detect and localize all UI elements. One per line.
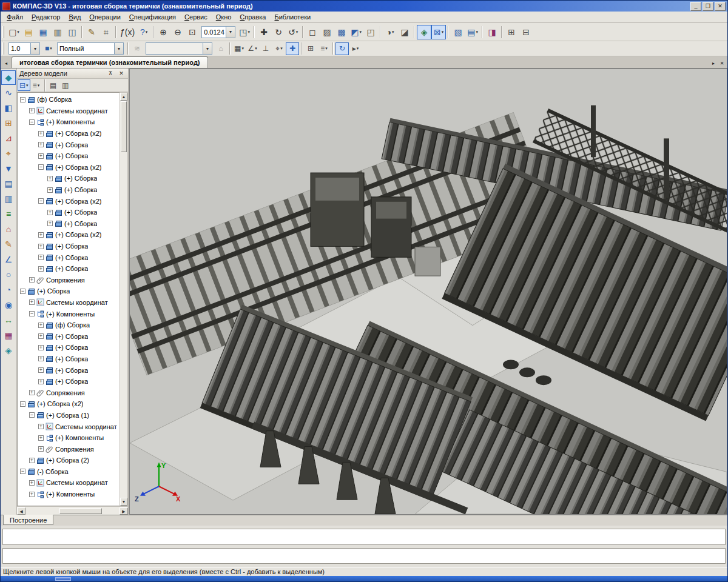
layer-combo[interactable]: ▾ [146,42,212,55]
expand-icon[interactable]: + [47,187,53,193]
tree-item[interactable]: +(+) Сборка [18,207,120,218]
section-view-button[interactable]: ◪ [397,25,412,39]
panel-line-button[interactable]: ∠ [1,252,16,267]
expand-icon[interactable]: + [38,244,44,249]
expand-icon[interactable]: + [29,299,35,305]
tree-item[interactable]: +(+) Сборка [18,139,120,150]
pin-icon[interactable]: ⊼ [106,70,115,78]
hidden-lines-mode-button[interactable]: ▨ [320,25,334,39]
toolbar-grip[interactable] [2,42,4,55]
expand-icon[interactable]: + [38,345,44,350]
tree-item[interactable]: +(+) Компоненты [18,489,120,500]
update-view-button[interactable]: ↻ [335,42,349,55]
local-csys-button[interactable]: ∠▾ [246,42,259,55]
panel-edit-assembly-button[interactable]: ◆ [1,70,16,85]
tree-item[interactable]: +(+) Сборка [18,241,120,252]
panel-library-button[interactable]: ▦ [1,328,16,343]
shaded-wireframe-mode-button[interactable]: ◩▾ [349,25,363,39]
shaded-mode-button[interactable]: ▩ [334,25,349,39]
menu-item-file[interactable]: Файл [2,12,27,22]
panel-ellipse-button[interactable]: ◉ [1,298,16,312]
panel-filters-button[interactable]: ▼ [1,161,16,176]
scroll-right-icon[interactable]: ▶ [120,507,128,515]
line-color-button[interactable]: ■▾ [42,42,55,55]
print-button[interactable]: ▥ [50,25,65,39]
tree-item[interactable]: −(ф) Сборка [18,94,120,105]
ortho-drawing-button[interactable]: ⊥ [259,42,272,55]
expand-icon[interactable]: + [29,492,35,497]
perspective-button[interactable]: ◰ [363,25,378,39]
collapse-icon[interactable]: − [29,412,35,418]
scrollbar-thumb[interactable] [121,101,127,152]
expand-icon[interactable]: + [38,333,44,339]
viewport-3d[interactable]: Y X Z [129,69,727,515]
panels-button[interactable]: ⊟ [519,25,533,39]
tree-composition-view-button[interactable]: ≡▾ [30,79,42,91]
expand-icon[interactable]: + [38,367,44,373]
open-button[interactable]: ▤ [21,25,36,39]
zoom-frame-button[interactable]: ⊡ [185,25,200,39]
expand-icon[interactable]: + [29,390,35,395]
layers-button[interactable]: ≋ [130,42,144,55]
panel-spatial-curves-button[interactable]: ∿ [1,85,16,100]
scrollbar-track[interactable] [120,153,127,498]
print-preview-button[interactable]: ◫ [65,25,79,39]
chevron-down-icon[interactable]: ▾ [203,43,212,54]
panel-sketch-button[interactable]: ✎ [1,237,16,252]
scroll-left-icon[interactable]: ◀ [17,507,25,515]
collapse-icon[interactable]: − [20,469,25,474]
tree-item[interactable]: +(+) Сборка [18,353,120,365]
expand-icon[interactable]: + [29,277,35,283]
tree-item[interactable]: +(+) Сборка [18,184,120,196]
collapse-icon[interactable]: − [20,97,25,102]
expand-icon[interactable]: + [47,221,53,226]
property-row[interactable] [2,548,726,564]
tree-item[interactable]: −(+) Сборка (x2) [18,398,120,410]
selection-area-button[interactable]: ⊠▾ [431,25,446,39]
hide-components-button[interactable]: ◑▾ [383,25,397,39]
collapse-icon[interactable]: − [29,119,35,125]
close-button[interactable]: ✕ [715,2,726,11]
tree-item[interactable]: +(+) Сборка [18,342,120,353]
tree-item[interactable]: +Сопряжения [18,387,120,398]
new-document-button[interactable]: ▢▾ [7,25,21,39]
expand-icon[interactable]: + [38,153,44,159]
zoom-fit-button[interactable]: ◳▾ [237,25,252,39]
tree-item[interactable]: +(+) Сборка (2) [18,455,120,466]
panel-close-icon[interactable]: ✕ [117,70,126,78]
expand-icon[interactable]: + [38,131,44,136]
expand-icon[interactable]: + [38,323,44,328]
expand-icon[interactable]: + [47,176,53,181]
specification-button[interactable]: ▧ [451,25,465,39]
expand-icon[interactable]: + [47,210,53,215]
panel-specification-button[interactable]: ▤ [1,176,16,191]
scrollbar-thumb[interactable] [59,508,102,514]
tree-item[interactable]: +(+) Сборка [18,252,120,263]
reports-button[interactable]: ▤▾ [465,25,480,39]
menu-item-service[interactable]: Сервис [180,12,212,22]
selection-filter-button[interactable]: ◈ [417,25,431,39]
tree-item[interactable]: −(+) Компоненты [18,116,120,128]
tab-scroll-left-icon[interactable]: ◂ [2,58,10,68]
property-row[interactable] [2,529,726,545]
tree-item[interactable]: −(+) Сборка (x2) [18,195,120,207]
variables-button[interactable]: ƒ(x) [118,25,136,39]
collapse-icon[interactable]: − [38,164,44,170]
window-layout-button[interactable]: ⊞ [504,25,519,39]
expand-icon[interactable]: + [38,435,44,441]
tree-relations-button[interactable]: ▤ [47,79,59,91]
panel-arrays-button[interactable]: ⊞ [1,116,16,130]
expand-icon[interactable]: + [38,379,44,384]
collapse-icon[interactable]: − [29,311,35,316]
expand-icon[interactable]: + [29,480,35,486]
properties-button[interactable]: ✎ [84,25,99,39]
expand-icon[interactable]: + [38,446,44,452]
panel-reports-button[interactable]: ▥ [1,192,16,206]
tree-item[interactable]: −(+) Сборка (1) [18,410,120,421]
tree-item[interactable]: +(+) Сборка [18,173,120,184]
snap-button[interactable]: ⌖▾ [272,42,286,55]
menu-item-window[interactable]: Окно [212,12,236,22]
menu-item-operations[interactable]: Операции [85,12,124,22]
collapse-icon[interactable]: − [20,401,25,407]
expand-icon[interactable]: + [38,232,44,238]
